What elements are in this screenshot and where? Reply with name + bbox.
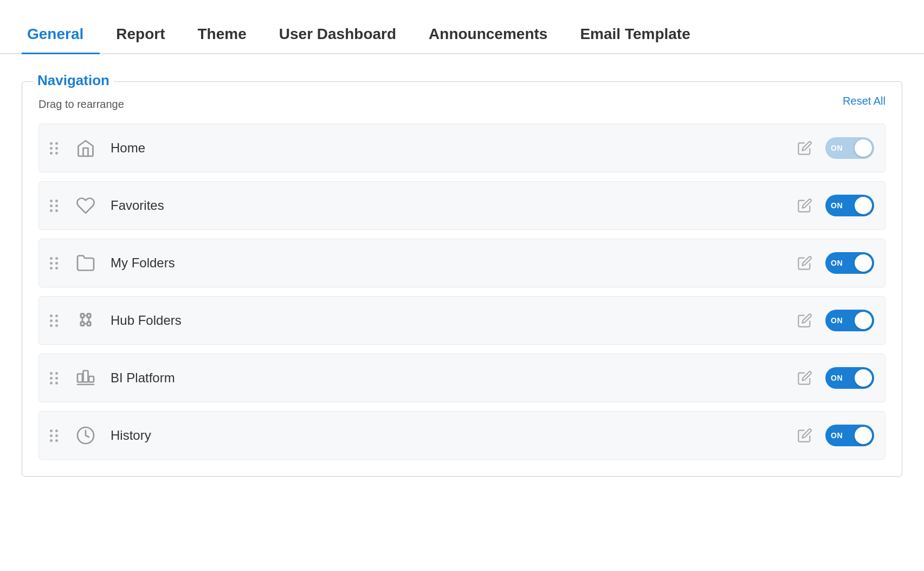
tab-general[interactable]: General xyxy=(22,25,100,54)
nav-item-home: Home ON xyxy=(38,124,886,172)
tab-theme[interactable]: Theme xyxy=(182,25,263,54)
tab-email-template[interactable]: Email Template xyxy=(564,25,706,54)
nav-label-hub-folders: Hub Folders xyxy=(111,313,797,328)
nav-label-history: History xyxy=(111,428,797,443)
navigation-section-title: Navigation xyxy=(33,72,114,89)
nav-item-my-folders: My Folders ON xyxy=(38,239,886,287)
nav-label-home: Home xyxy=(111,140,797,156)
drag-handle-bi-platform[interactable] xyxy=(50,372,59,384)
folder-icon xyxy=(72,249,100,277)
drag-hint: Drag to rearrange xyxy=(38,98,886,111)
drag-handle-hub-folders[interactable] xyxy=(50,315,59,327)
tab-report[interactable]: Report xyxy=(100,25,181,54)
nav-label-favorites: Favorites xyxy=(111,198,797,213)
nav-item-favorites: Favorites ON xyxy=(38,181,886,230)
drag-handle-history[interactable] xyxy=(50,429,59,442)
svg-rect-13 xyxy=(83,371,88,382)
toggle-my-folders[interactable]: ON xyxy=(825,252,874,274)
navigation-section: Navigation Drag to rearrange Reset All H… xyxy=(22,81,902,477)
edit-icon-bi-platform[interactable] xyxy=(797,370,812,386)
toggle-bi-platform[interactable]: ON xyxy=(825,367,874,389)
toggle-home[interactable]: ON xyxy=(825,137,874,159)
edit-icon-history[interactable] xyxy=(797,428,812,443)
home-icon xyxy=(72,134,100,162)
nav-label-bi-platform: BI Platform xyxy=(111,370,797,386)
main-content: Navigation Drag to rearrange Reset All H… xyxy=(0,54,924,498)
toggle-history[interactable]: ON xyxy=(825,425,874,446)
drag-handle-favorites[interactable] xyxy=(50,200,59,212)
hub-icon xyxy=(72,306,100,335)
nav-item-hub-folders: Hub Folders ON xyxy=(38,296,886,345)
toggle-hub-folders[interactable]: ON xyxy=(825,310,874,331)
tab-announcements[interactable]: Announcements xyxy=(412,25,564,54)
edit-icon-my-folders[interactable] xyxy=(797,255,812,271)
edit-icon-favorites[interactable] xyxy=(797,198,812,213)
svg-rect-12 xyxy=(77,374,82,382)
edit-icon-home[interactable] xyxy=(797,140,812,156)
toggle-favorites[interactable]: ON xyxy=(825,195,874,216)
clock-icon xyxy=(72,421,100,450)
heart-icon xyxy=(72,191,100,220)
drag-handle-home[interactable] xyxy=(50,142,59,155)
nav-item-history: History ON xyxy=(38,411,886,460)
nav-label-my-folders: My Folders xyxy=(111,255,797,271)
nav-items-list: Home ON Favorites ON My Folders ON xyxy=(38,124,886,460)
drag-handle-my-folders[interactable] xyxy=(50,257,59,270)
bi-icon xyxy=(72,364,100,392)
reset-all-button[interactable]: Reset All xyxy=(843,95,886,107)
tab-bar: GeneralReportThemeUser DashboardAnnounce… xyxy=(0,0,924,54)
svg-rect-14 xyxy=(89,376,94,382)
nav-item-bi-platform: BI Platform ON xyxy=(38,354,886,402)
edit-icon-hub-folders[interactable] xyxy=(797,313,812,328)
tab-user-dashboard[interactable]: User Dashboard xyxy=(263,25,412,54)
